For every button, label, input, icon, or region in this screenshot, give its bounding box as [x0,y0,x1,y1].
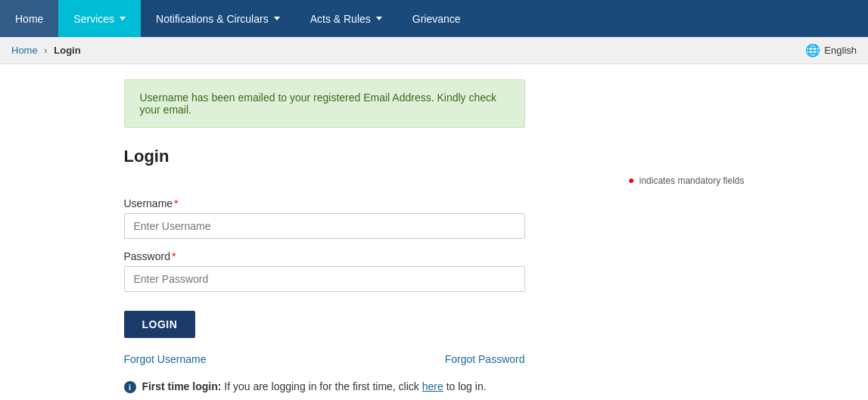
login-form-container: Login ● indicates mandatory fields Usern… [124,147,745,393]
info-icon: i [124,381,136,393]
notifications-dropdown-icon [274,17,280,20]
username-label: Username* [124,197,745,209]
password-group: Password* [124,250,745,292]
language-selector[interactable]: 🌐 English [805,43,857,57]
forgot-username-link[interactable]: Forgot Username [124,353,207,365]
password-required: * [172,250,176,262]
nav-services[interactable]: Services [58,0,141,37]
main-content: Username has been emailed to your regist… [109,79,760,393]
breadcrumb-current: Login [54,45,80,56]
language-label: English [824,45,857,56]
first-time-here-link[interactable]: here [422,380,443,392]
services-dropdown-icon [120,17,126,20]
username-input[interactable] [124,213,525,239]
username-group: Username* [124,197,745,239]
nav-home[interactable]: Home [0,0,58,37]
navbar: Home Services Notifications & Circulars … [0,0,868,37]
password-input[interactable] [124,266,525,292]
acts-dropdown-icon [376,17,382,20]
password-label: Password* [124,250,745,262]
alert-message: Username has been emailed to your regist… [140,91,497,116]
first-time-detail: If you are logging in for the first time… [224,380,419,392]
breadcrumb-home[interactable]: Home [11,45,38,56]
first-time-end: to log in. [446,380,487,392]
forgot-links-row: Forgot Username Forgot Password [124,353,525,365]
globe-icon: 🌐 [805,43,820,57]
mandatory-dot: ● [628,174,634,186]
first-time-label: First time login: [142,380,221,392]
success-alert: Username has been emailed to your regist… [124,79,525,128]
breadcrumb-bar: Home › Login 🌐 English [0,37,868,64]
breadcrumb: Home › Login [11,45,81,56]
first-time-login: i First time login: If you are logging i… [124,380,525,393]
login-button[interactable]: LOGIN [124,311,196,338]
forgot-password-link[interactable]: Forgot Password [445,353,525,365]
nav-grievance[interactable]: Grievance [397,0,476,37]
mandatory-note: ● indicates mandatory fields [124,174,745,186]
nav-acts[interactable]: Acts & Rules [295,0,397,37]
breadcrumb-sep: › [44,45,47,56]
nav-notifications[interactable]: Notifications & Circulars [141,0,295,37]
login-title: Login [124,147,745,166]
username-required: * [174,197,178,209]
